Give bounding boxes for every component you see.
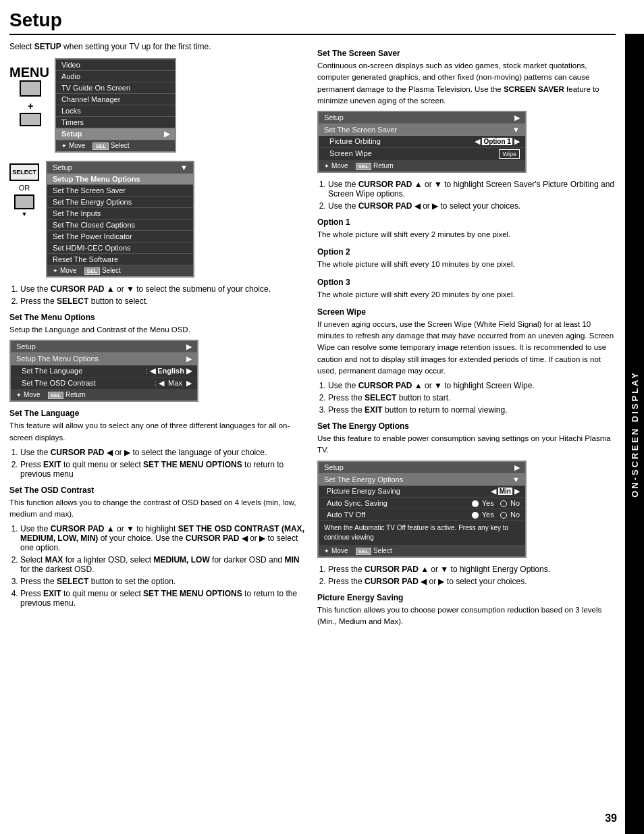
select-box: SELECT [9, 163, 39, 181]
submenu-footer: Move SEL Select [47, 265, 193, 276]
autotvoff-yes-radio [472, 512, 479, 519]
arrow-down-label: ▼ [22, 211, 28, 217]
menu-diagram: MENU + Video Audio TV Guide On Screen Ch… [9, 58, 306, 153]
set-osd-contrast-heading: Set The OSD Contrast [9, 486, 306, 495]
screensaver-wipe-row: Screen Wipe Wipe [319, 148, 525, 161]
page-header: Setup [9, 9, 616, 35]
set-energy-heading: Set The Energy Options [317, 421, 616, 431]
plus-icon: + [28, 101, 33, 111]
page-title: Setup [9, 9, 62, 31]
language-step-2: Press EXIT to quit menu or select SET TH… [20, 460, 306, 479]
submenu-item-menu-options: Setup The Menu Options [47, 174, 193, 185]
energy-note: When the Automatic TV Off feature is act… [319, 521, 525, 546]
main-menu-osd: Video Audio TV Guide On Screen Channel M… [55, 58, 176, 153]
menu-footer: Move SEL Select [56, 140, 175, 151]
menu-item-tvguide: TV Guide On Screen [56, 82, 175, 94]
screensaver-steps: Use the CURSOR PAD ▲ or ▼ to highlight S… [328, 180, 616, 211]
language-step-1: Use the CURSOR PAD ◀ or ▶ to select the … [20, 448, 306, 457]
left-column: Select SETUP when setting your TV up for… [9, 42, 306, 631]
set-language-heading: Set The Language [9, 409, 306, 418]
menu-item-locks: Locks [56, 105, 175, 117]
energy-steps: Press the CURSOR PAD ▲ or ▼ to highlight… [328, 565, 616, 586]
or-label: OR [19, 184, 30, 192]
menu-item-channel: Channel Manager [56, 94, 175, 105]
option2-text: The whole picture will shift every 10 mi… [317, 259, 616, 270]
menu-options-language-row: Set The Language : ◀ English ▶ [11, 365, 197, 377]
instruction-2: Press the SELECT button to select. [20, 296, 306, 306]
energy-autotvoff-row: Auto TV Off Yes No [319, 509, 525, 521]
energy-autosync-row: Auto Sync. Saving Yes No [319, 498, 525, 509]
set-menu-options-desc: Setup the Language and Contrast of the M… [9, 324, 306, 336]
option2-heading: Option 2 [317, 247, 616, 257]
instruction-1: Use the CURSOR PAD ▲ or ▼ to select the … [20, 284, 306, 294]
menu-item-timers: Timers [56, 117, 175, 128]
wipe-step-3: Press the EXIT button to return to norma… [328, 405, 616, 415]
submenu-header: Setup▼ [47, 162, 193, 174]
autosync-yes-radio [472, 500, 479, 507]
set-language-steps: Use the CURSOR PAD ◀ or ▶ to select the … [20, 448, 306, 479]
energy-step-2: Press the CURSOR PAD ◀ or ▶ to select yo… [328, 577, 616, 586]
menu-options-osd-subheader: Setup The Menu Options▶ [11, 353, 197, 365]
menu-options-contrast-row: Set The OSD Contrast : ◀ Max ▶ [11, 377, 197, 390]
energy-osd-subheader: Set The Energy Options▼ [319, 474, 525, 486]
energy-picture-row: Picture Energy Saving ◀ Min ▶ [319, 486, 525, 498]
set-screen-saver-heading: Set The Screen Saver [317, 49, 616, 58]
screensaver-step-1: Use the CURSOR PAD ▲ or ▼ to highlight S… [328, 180, 616, 199]
wipe-step-2: Press the SELECT button to start. [328, 393, 616, 402]
submenu-item-screen-saver: Set The Screen Saver [47, 185, 193, 197]
energy-osd-header: Setup▶ [319, 462, 525, 474]
sidebar-label: ON-SCREEN DISPLAY [625, 34, 644, 834]
submenu-item-reset: Reset The Software [47, 254, 193, 265]
set-osd-contrast-desc: This function allows you to change the c… [9, 497, 306, 521]
submenu-item-power: Set The Power Indicator [47, 231, 193, 242]
menu-item-audio: Audio [56, 71, 175, 82]
set-energy-desc: Use this feature to enable power consump… [317, 433, 616, 457]
remote-bottom-btn [20, 113, 41, 126]
contrast-step-4: Press EXIT to quit menu or select SET TH… [20, 589, 306, 608]
page-number: 39 [605, 812, 617, 825]
menu-options-osd-header: Setup▶ [11, 341, 197, 353]
contrast-step-3: Press the SELECT button to set the optio… [20, 577, 306, 586]
small-remote-btn [14, 194, 34, 209]
screensaver-orbit-row: Picture Orbiting ◀ Option 1 ▶ [319, 136, 525, 148]
set-screen-saver-desc: Continuous on-screen displays such as vi… [317, 60, 616, 107]
screensaver-osd-header: Setup▶ [319, 112, 525, 124]
submenu-item-captions: Set The Closed Captions [47, 219, 193, 231]
screen-wipe-desc: If uneven aging occurs, use the Screen W… [317, 319, 616, 377]
right-column: Set The Screen Saver Continuous on-scree… [317, 42, 616, 631]
submenu-item-hdmi: Set HDMI-CEC Options [47, 242, 193, 254]
wipe-step-1: Use the CURSOR PAD ▲ or ▼ to highlight S… [328, 381, 616, 390]
autosync-no-radio [500, 500, 507, 507]
picture-energy-text: This function allows you to choose power… [317, 604, 616, 628]
option1-heading: Option 1 [317, 217, 616, 227]
set-menu-options-heading: Set The Menu Options [9, 313, 306, 322]
select-or-section: SELECT OR ▼ Setup▼ Setup The Menu Option… [9, 161, 306, 278]
option3-text: The whole picture will shift every 20 mi… [317, 289, 616, 301]
screensaver-osd-subheader: Set The Screen Saver▼ [319, 124, 525, 136]
menu-options-osd-footer: Move SEL Return [11, 390, 197, 400]
main-instructions: Use the CURSOR PAD ▲ or ▼ to select the … [20, 284, 306, 306]
option3-heading: Option 3 [317, 278, 616, 287]
set-osd-contrast-steps: Use the CURSOR PAD ▲ or ▼ to highlight S… [20, 524, 306, 608]
screensaver-osd: Setup▶ Set The Screen Saver▼ Picture Orb… [317, 111, 527, 173]
energy-osd: Setup▶ Set The Energy Options▼ Picture E… [317, 461, 527, 558]
screen-wipe-heading: Screen Wipe [317, 307, 616, 317]
set-language-desc: This feature will allow you to select an… [9, 420, 306, 444]
energy-osd-footer: Move SEL Select [319, 546, 525, 556]
intro-bold: SETUP [34, 42, 61, 51]
intro-paragraph: Select SETUP when setting your TV up for… [9, 42, 306, 51]
menu-label: MENU [9, 65, 49, 80]
screen-wipe-steps: Use the CURSOR PAD ▲ or ▼ to highlight S… [328, 381, 616, 415]
menu-item-setup: Setup▶ [56, 128, 175, 140]
autotvoff-no-radio [500, 512, 507, 519]
screensaver-step-2: Use the CURSOR PAD ◀ or ▶ to select your… [328, 201, 616, 211]
contrast-step-2: Select MAX for a lighter OSD, select MED… [20, 555, 306, 574]
submenu-item-inputs: Set The Inputs [47, 208, 193, 219]
contrast-step-1: Use the CURSOR PAD ▲ or ▼ to highlight S… [20, 524, 306, 552]
menu-options-osd: Setup▶ Setup The Menu Options▶ Set The L… [9, 340, 198, 402]
screensaver-osd-footer: Move SEL Return [319, 161, 525, 172]
menu-item-video: Video [56, 59, 175, 71]
submenu-osd: Setup▼ Setup The Menu Options Set The Sc… [46, 161, 194, 278]
submenu-item-energy: Set The Energy Options [47, 197, 193, 208]
energy-step-1: Press the CURSOR PAD ▲ or ▼ to highlight… [328, 565, 616, 574]
